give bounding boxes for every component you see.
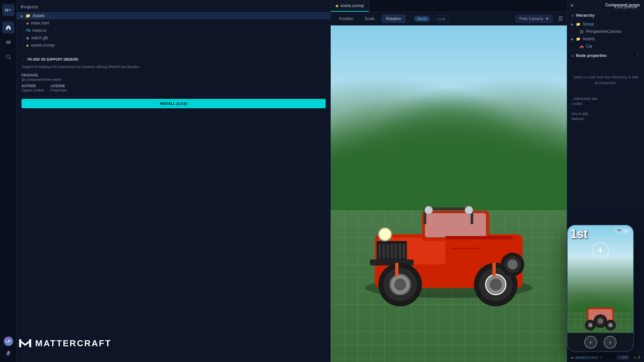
file-tree: Projects ▶ 📁 Assets ◈ index.html TS inde… [17, 0, 330, 52]
svg-point-38 [465, 206, 473, 214]
toolbar-divider [410, 15, 410, 22]
license-label: LICENSE [51, 84, 67, 88]
toolbar: Position Scale Rotation World Local Free… [331, 12, 567, 25]
file-panel-title: Projects [17, 3, 330, 12]
file-item-watch-glb[interactable]: ◉ watch.glb [17, 34, 330, 42]
author-label: AUTHOR [21, 84, 44, 88]
scale-button[interactable]: Scale [360, 15, 379, 23]
scene-tab[interactable]: ◆ scene.zcomp [331, 0, 369, 12]
user-avatar[interactable]: LP [4, 337, 13, 346]
hierarchy-header[interactable]: ∨ Hierarchy [567, 10, 644, 20]
phone-nav: ‹ › [568, 333, 633, 351]
animations-bar[interactable]: ▶ ANIMATIONS ↗ 1.5MB ⚠ 0 [567, 353, 644, 362]
svg-point-41 [507, 259, 518, 269]
folder-icon: 📁 [25, 13, 31, 18]
phone-hud: 1st [570, 228, 588, 240]
package-value: @zcomponent/three-webxr [21, 78, 326, 81]
menu-icon[interactable]: ☰ [558, 15, 563, 22]
meta-row: AUTHOR Zappar Limited LICENSE Proprietar… [21, 84, 326, 95]
logo-button[interactable]: M ▼ [2, 4, 14, 16]
tab-bar: ◆ scene.zcomp [331, 0, 567, 12]
svg-rect-33 [452, 248, 479, 249]
settings-icon[interactable] [4, 349, 13, 358]
svg-point-37 [425, 206, 433, 214]
3d-viewport[interactable] [331, 25, 567, 362]
hierarchy-title: Hierarchy [576, 13, 594, 18]
svg-rect-11 [378, 244, 381, 258]
logo-text: MATTERCRAFT [35, 338, 111, 349]
hud-compass [592, 242, 609, 259]
svg-rect-17 [402, 244, 405, 258]
animations-label: ANIMATIONS [575, 356, 598, 360]
svg-rect-2 [6, 43, 11, 44]
svg-rect-30 [395, 263, 398, 276]
node-props-header[interactable]: ∨ Node properties ⋮ [567, 50, 644, 61]
bottom-logo: MATTERCRAFT [18, 338, 111, 349]
expand-arrow: ▶ [21, 14, 23, 18]
svg-point-46 [588, 323, 592, 327]
package-description: Support for building rich experiences fo… [21, 65, 326, 69]
svg-point-24 [394, 279, 406, 291]
icon-sidebar: M ▼ LP [0, 0, 17, 362]
back-link[interactable]: ← VR AND XR SUPPORT (WEBXR) [21, 57, 326, 61]
editor-area: ◆ scene.zcomp Position Scale Rotation Wo… [331, 0, 567, 362]
install-button[interactable]: INSTALL (1.0.0) [21, 99, 326, 108]
svg-rect-13 [386, 244, 389, 258]
node-properties-section: ∨ Node properties ⋮ Select a node from t… [567, 50, 644, 92]
svg-point-28 [490, 279, 502, 291]
hierarchy-car[interactable]: 🚗 Car [567, 43, 644, 50]
svg-rect-12 [382, 244, 385, 258]
file-item-index-ts[interactable]: TS index.ts [17, 27, 330, 34]
node-props-title: Node properties [576, 53, 607, 58]
assets-folder-icon: 📁 [576, 37, 581, 41]
hierarchy-camera[interactable]: 🎥 PerspectiveCamera [567, 28, 644, 35]
node-props-empty-text: Select a node from the Hierarchy to edit… [567, 68, 644, 92]
svg-rect-1 [6, 42, 11, 43]
nav-search[interactable] [2, 51, 14, 63]
world-tag[interactable]: World [414, 16, 430, 22]
svg-rect-31 [492, 263, 496, 276]
svg-rect-14 [390, 244, 393, 258]
file-size-badge: 1.5MB [615, 355, 631, 360]
svg-point-52 [598, 318, 603, 324]
svg-point-19 [380, 229, 390, 239]
camera-icon: 🎥 [579, 29, 584, 34]
file-item-index-html[interactable]: ◈ index.html [17, 19, 330, 27]
rotation-button[interactable]: Rotation [382, 15, 406, 23]
live-preview-label: Live preview [615, 5, 637, 9]
rank-display: 1st [570, 228, 588, 240]
phone-next-button[interactable]: › [604, 336, 616, 349]
nav-layers[interactable] [2, 36, 14, 48]
svg-rect-16 [398, 244, 401, 258]
position-button[interactable]: Position [335, 15, 358, 23]
tab-icon: ◆ [335, 3, 338, 8]
svg-line-4 [9, 58, 11, 59]
external-link-icon: ↗ [599, 356, 602, 359]
phone-screen: 1st 🏁 2/3 ‹ › [568, 225, 633, 351]
local-tag[interactable]: Local [433, 15, 449, 22]
panel-divider: ← VR AND XR SUPPORT (WEBXR) Support for … [17, 52, 330, 362]
hierarchy-group[interactable]: ▶ 📁 Group [567, 20, 644, 28]
camera-select[interactable]: Free Camera ▼ [516, 15, 553, 23]
svg-rect-32 [445, 236, 513, 239]
hud-badge: 🏁 2/3 [614, 228, 631, 234]
hierarchy-section: ∨ Hierarchy ▶ 📁 Group 🎥 PerspectiveCamer… [567, 10, 644, 50]
file-item-scene-zcomp[interactable]: ◆ scene.zcomp [17, 42, 330, 49]
author-value: Zappar Limited [21, 88, 44, 92]
svg-rect-15 [394, 244, 397, 258]
package-label: PACKAGE [21, 73, 326, 77]
svg-rect-57 [29, 339, 31, 347]
svg-point-49 [608, 323, 612, 327]
hierarchy-assets[interactable]: ▶ 📁 Assets [567, 35, 644, 43]
left-panel: Projects ▶ 📁 Assets ◈ index.html TS inde… [17, 0, 331, 362]
license-value: Proprietary [51, 88, 67, 92]
file-item-assets[interactable]: ▶ 📁 Assets [17, 12, 330, 19]
m-logo-icon [18, 338, 32, 349]
node-props-menu-icon[interactable]: ⋮ [635, 53, 640, 58]
car-icon: 🚗 [579, 44, 584, 49]
phone-mockup: 1st 🏁 2/3 ‹ › [567, 225, 634, 352]
nav-home[interactable] [2, 21, 14, 34]
panel-hint-text: ...interactivity and r nodes. rchy to ad… [567, 92, 644, 125]
phone-prev-button[interactable]: ‹ [584, 336, 597, 349]
package-panel: ← VR AND XR SUPPORT (WEBXR) Support for … [17, 53, 330, 113]
